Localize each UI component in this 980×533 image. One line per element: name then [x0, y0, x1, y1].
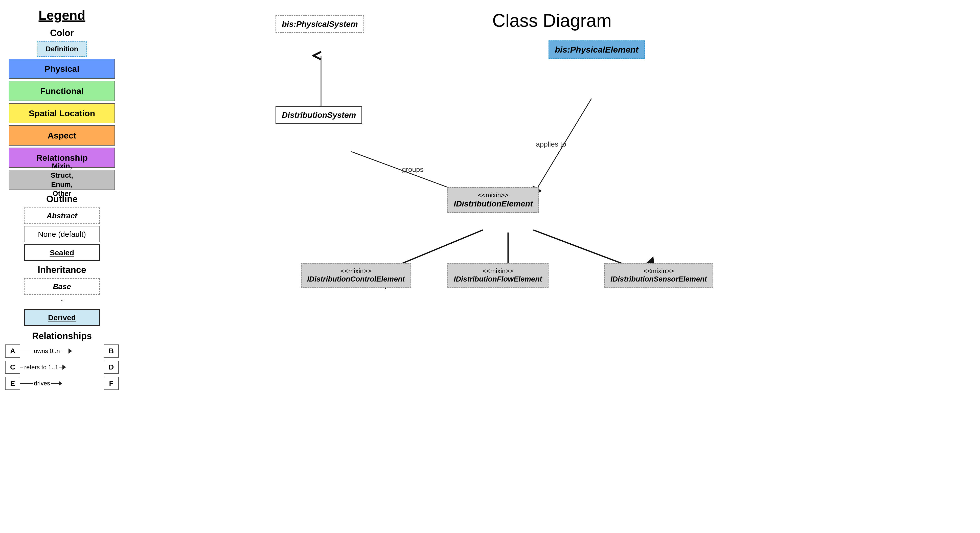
svg-text:applies to: applies to	[536, 140, 566, 148]
legend-panel: Legend Color Definition Physical Functio…	[0, 0, 124, 401]
rel-d-box: D	[103, 361, 119, 374]
idistribution-flow-label: IDistributionFlowElement	[454, 275, 542, 283]
distribution-system-node: DistributionSystem	[275, 106, 362, 124]
physical-system-node: bis:PhysicalSystem	[275, 15, 364, 33]
rel-b-box: B	[103, 344, 119, 358]
rel-c-box: C	[5, 361, 20, 374]
outline-section-title: Outline	[5, 194, 119, 204]
svg-text:groups: groups	[402, 165, 424, 173]
idistribution-control-stereotype: <<mixin>>	[307, 267, 405, 275]
rel-refers-row: C refers to 1..1 D	[5, 361, 119, 374]
physical-element-label: bis:PhysicalElement	[555, 45, 638, 54]
abstract-box: Abstract	[24, 207, 100, 224]
physical-element-node: bis:PhysicalElement	[549, 40, 645, 59]
rel-e-box: E	[5, 377, 20, 390]
legend-title: Legend	[5, 8, 119, 23]
relationships-section-title: Relationships	[5, 331, 119, 341]
rel-f-box: F	[103, 377, 119, 390]
arrows-svg: groups applies to	[124, 0, 980, 533]
aspect-box: Aspect	[9, 125, 115, 146]
inheritance-section-title: Inheritance	[5, 265, 119, 275]
idistribution-element-stereotype: <<mixin>>	[454, 191, 533, 199]
idistribution-sensor-node: <<mixin>> IDistributionSensorElement	[604, 263, 713, 288]
sealed-box: Sealed	[24, 244, 100, 261]
idistribution-sensor-stereotype: <<mixin>>	[611, 267, 707, 275]
idistribution-element-node: <<mixin>> IDistributionElement	[447, 187, 539, 213]
spatial-box: Spatial Location	[9, 103, 115, 123]
rel-owns-label: owns 0..n	[34, 347, 60, 355]
rel-drives-label: drives	[34, 380, 50, 387]
physical-system-label: bis:PhysicalSystem	[282, 19, 358, 29]
distribution-system-label: DistributionSystem	[282, 110, 356, 119]
rel-refers-label: refers to 1..1	[24, 364, 58, 371]
base-box: Base	[24, 278, 100, 295]
rel-owns-row: A owns 0..n B	[5, 344, 119, 358]
idistribution-control-label: IDistributionControlElement	[307, 275, 405, 283]
idistribution-sensor-label: IDistributionSensorElement	[611, 275, 707, 283]
definition-box: Definition	[37, 41, 87, 57]
rel-a-box: A	[5, 344, 20, 358]
idistribution-control-node: <<mixin>> IDistributionControlElement	[301, 263, 411, 288]
physical-box: Physical	[9, 59, 115, 79]
idistribution-element-label: IDistributionElement	[454, 199, 533, 208]
derived-box: Derived	[24, 309, 100, 326]
diagram-title: Class Diagram	[124, 10, 980, 31]
functional-box: Functional	[9, 81, 115, 101]
none-box: None (default)	[24, 226, 100, 242]
rel-drives-row: E drives F	[5, 377, 119, 390]
idistribution-flow-node: <<mixin>> IDistributionFlowElement	[447, 263, 549, 288]
color-section-title: Color	[5, 28, 119, 38]
svg-line-4	[533, 99, 592, 195]
class-diagram: Class Diagram	[124, 0, 980, 533]
inheritance-arrow: ↑	[5, 297, 119, 307]
idistribution-flow-stereotype: <<mixin>>	[454, 267, 542, 275]
other-box: Mixin,Struct,Enum,Other	[9, 170, 115, 190]
